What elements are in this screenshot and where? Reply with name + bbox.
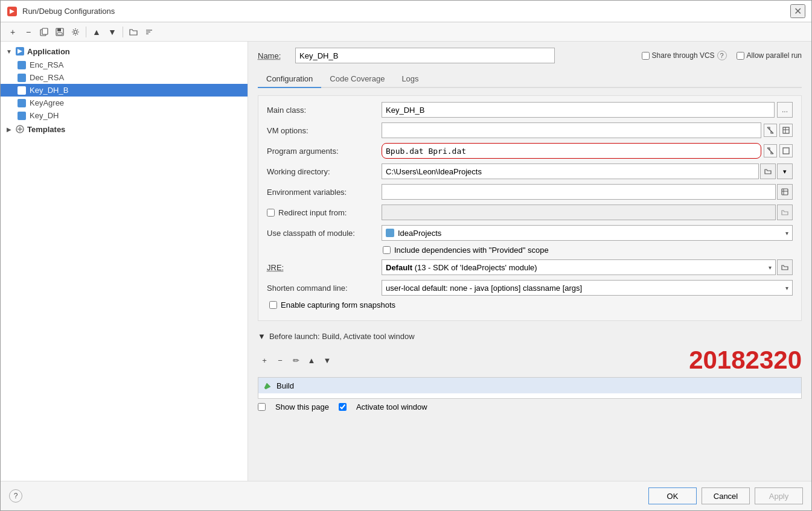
move-down-button[interactable]: ▼	[105, 25, 120, 39]
vm-options-input[interactable]	[382, 122, 761, 138]
sidebar-templates-section[interactable]: ▶ Templates	[1, 122, 248, 136]
jre-browse-button[interactable]	[777, 259, 793, 275]
bl-build-item[interactable]: Build	[258, 378, 801, 393]
templates-section-icon	[15, 124, 25, 134]
cancel-button[interactable]: Cancel	[702, 487, 750, 504]
program-args-input[interactable]	[382, 143, 761, 159]
shorten-cmd-select[interactable]: user-local default: none - java [options…	[382, 280, 793, 296]
sort-button[interactable]	[142, 25, 156, 39]
help-button[interactable]: ?	[9, 489, 22, 503]
bl-remove-button[interactable]: −	[273, 354, 287, 367]
main-class-browse-button[interactable]: ...	[777, 102, 793, 118]
before-launch-expand-icon[interactable]: ▼	[258, 332, 266, 341]
tab-code-coverage[interactable]: Code Coverage	[321, 71, 393, 88]
classpath-label: Use classpath of module:	[267, 229, 382, 238]
ok-button[interactable]: OK	[648, 487, 697, 504]
header-options: Share through VCS ? Allow parallel run	[642, 51, 802, 60]
sidebar-item-key-dh[interactable]: Key_DH	[1, 109, 248, 122]
jre-label: JRE:	[267, 263, 382, 272]
main-class-input[interactable]	[382, 102, 775, 118]
key-dh-icon	[18, 112, 26, 120]
env-vars-row: Environment variables:	[267, 184, 793, 200]
redirect-browse-button[interactable]	[777, 205, 793, 220]
share-vcs-option[interactable]: Share through VCS ?	[642, 51, 727, 60]
save-button[interactable]	[53, 25, 67, 39]
working-dir-dropdown-button[interactable]: ▾	[777, 163, 793, 179]
show-page-checkbox[interactable]	[258, 403, 266, 411]
name-input[interactable]	[295, 48, 555, 63]
classpath-select[interactable]: IdeaProjects ▾	[382, 225, 793, 241]
sidebar-item-key-dh-b[interactable]: Key_DH_B	[1, 84, 248, 97]
close-button[interactable]: ✕	[790, 4, 805, 18]
bottom-options: Show this page Activate tool window	[258, 399, 802, 415]
capture-snapshots-checkbox[interactable]	[269, 301, 277, 309]
activate-window-label: Activate tool window	[356, 402, 427, 411]
env-vars-label: Environment variables:	[267, 188, 382, 197]
toolbar-sep-2	[123, 27, 123, 37]
allow-parallel-option[interactable]: Allow parallel run	[737, 51, 802, 60]
application-section-label: Application	[27, 47, 70, 56]
working-dir-row: Working directory: ▾	[267, 163, 793, 179]
tab-configuration[interactable]: Configuration	[258, 71, 321, 88]
args-fullscreen-button[interactable]	[779, 144, 793, 157]
allow-parallel-checkbox[interactable]	[737, 52, 744, 60]
args-expand-button[interactable]	[764, 144, 777, 157]
bottom-buttons: ? OK Cancel Apply	[1, 481, 811, 510]
capture-snapshots-row: Enable capturing form snapshots	[267, 300, 793, 309]
copy-button[interactable]	[37, 25, 51, 39]
before-launch-list: Build	[258, 377, 802, 399]
main-class-label: Main class:	[267, 106, 382, 115]
remove-button[interactable]: −	[21, 25, 36, 39]
activate-window-checkbox[interactable]	[339, 403, 347, 411]
bl-down-button[interactable]: ▼	[321, 354, 334, 367]
working-dir-input[interactable]	[382, 163, 759, 179]
svg-rect-17	[783, 148, 789, 154]
templates-expand-icon: ▶	[5, 125, 13, 133]
jre-select[interactable]: Default (13 - SDK of 'IdeaProjects' modu…	[382, 259, 776, 275]
vm-options-label: VM options:	[267, 126, 382, 135]
settings-button[interactable]	[68, 25, 83, 39]
tab-logs[interactable]: Logs	[393, 71, 427, 88]
share-vcs-help[interactable]: ?	[717, 51, 727, 60]
sidebar-item-keyagree[interactable]: KeyAgree	[1, 97, 248, 109]
vm-fullscreen-button[interactable]	[779, 124, 793, 137]
sidebar-application-section[interactable]: ▼ Application	[1, 44, 248, 59]
sidebar: ▼ Application Enc_RSA Dec_RSA Key_DH_B	[1, 42, 248, 481]
redirect-input[interactable]	[382, 205, 776, 220]
env-vars-input[interactable]	[382, 184, 776, 200]
before-launch-toolbar: + − ✏ ▲ ▼ 20182320	[258, 343, 802, 377]
right-panel: Name: Share through VCS ? Allow parallel…	[248, 42, 811, 481]
vm-options-row: VM options:	[267, 122, 793, 138]
working-dir-browse-button[interactable]	[760, 163, 776, 179]
redirect-label: Redirect input from:	[278, 208, 347, 217]
folder-button[interactable]	[126, 25, 141, 39]
before-launch-header: ▼ Before launch: Build, Activate tool wi…	[258, 329, 802, 343]
add-button[interactable]: +	[5, 25, 20, 39]
bl-add-button[interactable]: +	[258, 354, 271, 367]
include-deps-checkbox[interactable]	[383, 246, 391, 254]
show-page-label: Show this page	[275, 402, 329, 411]
watermark-text: 20182320	[689, 346, 802, 375]
before-launch-title: Before launch: Build, Activate tool wind…	[269, 332, 415, 341]
jre-row: JRE: Default (13 - SDK of 'IdeaProjects'…	[267, 259, 793, 275]
enc-rsa-icon	[18, 61, 26, 69]
share-vcs-checkbox[interactable]	[642, 52, 650, 60]
include-deps-label: Include dependencies with "Provided" sco…	[394, 246, 549, 255]
key-dh-b-label: Key_DH_B	[30, 86, 68, 95]
bl-edit-button[interactable]: ✏	[289, 354, 302, 367]
redirect-checkbox[interactable]	[267, 209, 275, 217]
share-vcs-label: Share through VCS	[652, 51, 715, 60]
move-up-button[interactable]: ▲	[89, 25, 104, 39]
sidebar-item-dec-rsa[interactable]: Dec_RSA	[1, 71, 248, 84]
bl-build-label: Build	[277, 381, 294, 390]
bl-up-button[interactable]: ▲	[305, 354, 318, 367]
classpath-row: Use classpath of module: IdeaProjects ▾	[267, 225, 793, 241]
apply-button[interactable]: Apply	[755, 487, 803, 504]
shorten-cmd-label: Shorten command line:	[267, 284, 382, 293]
main-toolbar: + − ▲ ▼	[1, 22, 811, 42]
env-vars-browse-button[interactable]	[777, 184, 793, 200]
svg-rect-16	[783, 127, 789, 133]
vm-expand-button[interactable]	[764, 124, 777, 137]
sidebar-item-enc-rsa[interactable]: Enc_RSA	[1, 59, 248, 71]
classpath-value: IdeaProjects	[398, 229, 441, 238]
